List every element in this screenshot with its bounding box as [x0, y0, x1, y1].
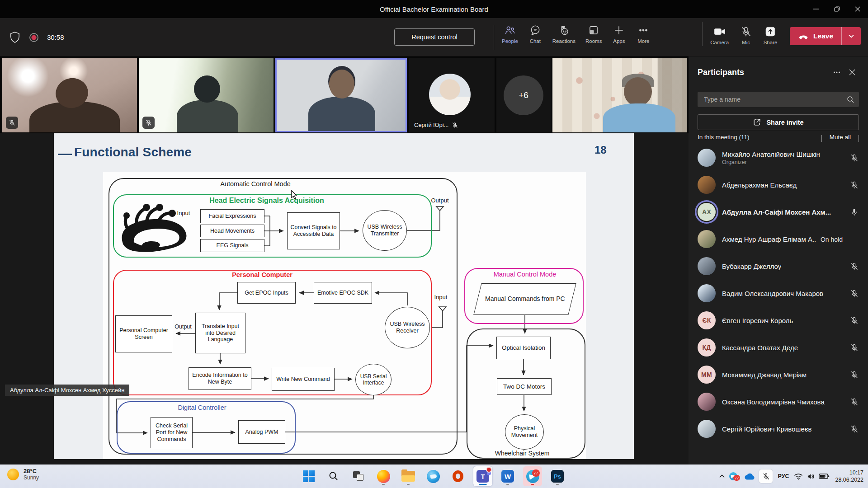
tray-battery[interactable]: [819, 473, 830, 479]
telegram-unread-badge: 77: [733, 475, 740, 481]
share-invite-button[interactable]: Share invite: [698, 114, 859, 130]
weather-widget[interactable]: 28°C Sunny: [7, 468, 39, 481]
avatar: [698, 149, 716, 167]
participant-mic-icon[interactable]: [849, 397, 859, 407]
participant-row[interactable]: КД Кассандра Опатах Деде: [689, 334, 868, 361]
taskbar-office[interactable]: [448, 466, 467, 486]
participant-mic-icon[interactable]: [849, 153, 859, 163]
taskbar-telegram[interactable]: 77: [523, 466, 542, 486]
participant-mic-icon[interactable]: [849, 370, 859, 380]
participant-row[interactable]: ЄК Євген Ігоревич Король: [689, 307, 868, 334]
taskbar-firefox[interactable]: [374, 466, 393, 486]
box-facial-expressions: Facial Expressions: [200, 209, 264, 223]
video-tile-active-speaker[interactable]: [275, 58, 407, 132]
weather-temperature: 28°C: [24, 468, 39, 475]
video-tile-avatar[interactable]: Сергій Юрі...: [409, 58, 495, 132]
participant-mic-icon[interactable]: [849, 315, 859, 325]
participant-mic-icon[interactable]: [849, 207, 859, 217]
participant-name: Вадим Олександрович Макаров: [722, 290, 823, 297]
box-eeg-signals: EEG Signals: [200, 239, 264, 252]
participant-row[interactable]: AX Абдулла Ал-Саіфі Мохсен Ахм...: [689, 198, 868, 225]
panel-more-button[interactable]: [829, 66, 844, 79]
minimize-button[interactable]: [806, 0, 826, 18]
tray-mic-muted[interactable]: [759, 469, 773, 483]
taskbar-photoshop[interactable]: Ps: [548, 466, 567, 486]
participant-mic-icon[interactable]: [849, 180, 859, 190]
participant-mic-icon[interactable]: [849, 288, 859, 298]
participant-row[interactable]: Ахмед Нур Ашраф Елімам А... On hold: [689, 225, 868, 253]
request-control-button[interactable]: Request control: [394, 28, 475, 46]
restore-button[interactable]: [826, 0, 847, 18]
panel-close-button[interactable]: [844, 66, 860, 79]
participant-row[interactable]: Сергій Юрійович Кривошеєв: [689, 415, 868, 442]
ellipse-usb-serial: USB Serial Interface: [355, 364, 392, 395]
video-tile-overflow[interactable]: +6: [496, 58, 551, 132]
avatar: [698, 257, 716, 275]
participant-mic-icon[interactable]: [849, 343, 859, 352]
leave-options-chevron[interactable]: [842, 27, 861, 45]
rooms-button[interactable]: Rooms: [580, 22, 607, 44]
close-button[interactable]: [847, 0, 868, 18]
participant-row[interactable]: Абдельрахман Ельсаєд: [689, 171, 868, 198]
participants-panel-title: Participants: [698, 68, 829, 77]
avatar: [698, 230, 716, 248]
label-personal-computer: Personal Computer: [217, 271, 307, 278]
apps-button[interactable]: Apps: [607, 22, 631, 44]
participant-row[interactable]: ММ Мохаммед Джавад Меріам: [689, 361, 868, 388]
ellipse-usb-transmitter: USB Wireless Transmitter: [363, 210, 407, 251]
participant-mic-icon[interactable]: [849, 424, 859, 434]
slide-title: Functional Scheme: [74, 145, 192, 160]
video-tile-3[interactable]: [552, 58, 687, 132]
task-view-button[interactable]: [349, 466, 368, 486]
taskbar-thunderbird[interactable]: [424, 466, 443, 486]
more-button[interactable]: More: [631, 22, 656, 44]
participant-name: Сергій Юрійович Кривошеєв: [722, 425, 811, 433]
speaker-icon: [807, 473, 815, 480]
battery-charging-icon: [819, 473, 830, 479]
tray-wifi[interactable]: [794, 473, 803, 480]
participant-mic-icon[interactable]: [849, 261, 859, 271]
tray-onedrive[interactable]: [744, 472, 755, 480]
participant-role: Organizer: [722, 159, 843, 165]
folder-icon: [401, 471, 415, 482]
tray-chevron-up[interactable]: [718, 473, 726, 480]
camera-button[interactable]: Camera: [705, 23, 734, 45]
avatar: [698, 176, 716, 194]
label-wheelchair-system: Wheelchair System: [477, 450, 567, 457]
leave-button[interactable]: Leave: [790, 27, 861, 45]
more-icon: [637, 24, 649, 36]
search-input[interactable]: [703, 95, 847, 103]
language-indicator[interactable]: РУС: [776, 473, 790, 479]
participant-row[interactable]: Михайло Анатолійович Шишкін Organizer: [689, 144, 868, 171]
start-button[interactable]: [299, 466, 318, 486]
avatar: [698, 284, 716, 302]
reactions-button[interactable]: Reactions: [547, 22, 580, 44]
chat-button[interactable]: Chat: [523, 22, 547, 44]
video-tile-2[interactable]: [139, 58, 274, 132]
tray-telegram[interactable]: 77: [729, 472, 737, 480]
participant-row[interactable]: Бубакарр Джеллоу: [689, 253, 868, 280]
taskbar-clock[interactable]: 10:17 28.06.2022: [833, 469, 863, 484]
people-button[interactable]: People: [497, 22, 523, 44]
label-digital-controller: Digital Controller: [166, 404, 238, 411]
participant-status: On hold: [821, 236, 843, 243]
taskbar-file-explorer[interactable]: [399, 466, 418, 486]
mic-button[interactable]: Mic: [734, 23, 758, 45]
participant-row[interactable]: Оксана Володимирівна Чмихова: [689, 388, 868, 415]
mute-all-button[interactable]: Mute all: [821, 135, 859, 142]
shield-icon: [9, 31, 21, 44]
taskbar-search-button[interactable]: [324, 466, 343, 486]
mic-muted-icon: [740, 26, 752, 38]
photoshop-icon: Ps: [551, 470, 564, 483]
taskbar-word[interactable]: W: [498, 466, 517, 486]
share-button[interactable]: Share: [758, 23, 783, 45]
participant-search[interactable]: [698, 92, 859, 107]
firefox-icon: [377, 470, 390, 483]
in-this-meeting-section: In this meeting (11) Mute all: [698, 135, 859, 142]
participant-row[interactable]: Вадим Олександрович Макаров: [689, 280, 868, 307]
taskbar-teams-active[interactable]: T: [473, 466, 492, 486]
tray-volume[interactable]: [807, 473, 815, 480]
video-tile-1[interactable]: [2, 58, 137, 132]
meeting-timer: 30:58: [47, 33, 64, 41]
participant-mic-icon[interactable]: [849, 234, 859, 244]
